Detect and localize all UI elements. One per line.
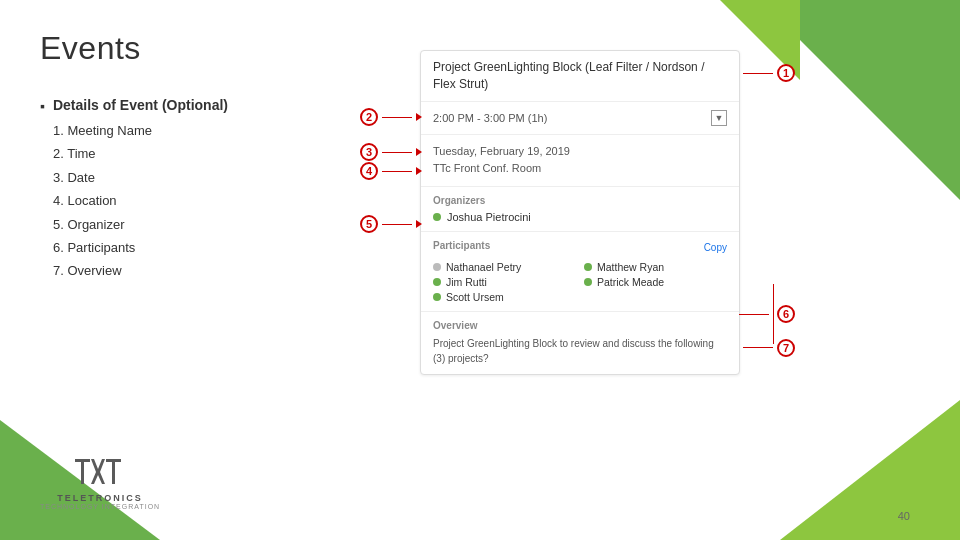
list-item: 2. Time	[53, 142, 228, 165]
participant-name: Matthew Ryan	[597, 261, 664, 273]
annotation-line	[743, 347, 773, 348]
participant-item: Nathanael Petry	[433, 261, 576, 273]
annotation-line	[739, 314, 769, 315]
participant-item: Jim Rutti	[433, 276, 576, 288]
svg-marker-0	[75, 459, 90, 484]
time-section: 2:00 PM - 3:00 PM (1h) ▼	[421, 102, 739, 135]
svg-marker-2	[106, 459, 121, 484]
arrow-right	[416, 220, 422, 228]
participant-name: Jim Rutti	[446, 276, 487, 288]
annotation-line	[743, 73, 773, 74]
overview-label: Overview	[433, 320, 727, 331]
list-label: Organizer	[67, 217, 124, 232]
annotation-line	[382, 171, 412, 172]
overview-text: Project GreenLighting Block to review an…	[433, 336, 727, 366]
list-label: Time	[67, 146, 95, 161]
annotation-3: 3	[360, 143, 422, 161]
annotation-number-2: 2	[360, 108, 378, 126]
annotation-line	[382, 152, 412, 153]
annotation-7: 7	[743, 339, 795, 357]
teletronics-logo-icon	[75, 454, 125, 489]
list-label: Location	[67, 193, 116, 208]
annotation-vert-line	[773, 284, 774, 314]
overview-section: Overview Project GreenLighting Block to …	[421, 312, 739, 374]
details-heading: Details of Event (Optional)	[53, 97, 228, 113]
list-number: 5.	[53, 217, 67, 232]
details-list: 1. Meeting Name 2. Time 3. Date 4. Locat…	[53, 119, 228, 283]
list-number: 3.	[53, 170, 67, 185]
annotation-number-5: 5	[360, 215, 378, 233]
logo-area: TELETRONICS TECHNOLOGY INTEGRATION	[40, 454, 160, 510]
list-label: Overview	[67, 263, 121, 278]
annotation-2: 2	[360, 108, 422, 126]
page-title: Events	[40, 30, 380, 67]
annotation-4: 4	[360, 162, 422, 180]
list-label: Meeting Name	[67, 123, 152, 138]
arrow-right	[416, 167, 422, 175]
participant-item: Scott Ursem	[433, 291, 576, 303]
annotation-number-4: 4	[360, 162, 378, 180]
annotation-line	[382, 117, 412, 118]
annotation-1: 1	[743, 64, 795, 82]
list-label: Date	[67, 170, 94, 185]
list-number: 2.	[53, 146, 67, 161]
participant-dot	[433, 293, 441, 301]
participants-section: Participants Copy Nathanael Petry Matthe…	[421, 232, 739, 312]
annotation-line	[382, 224, 412, 225]
organizer-row: Joshua Pietrocini	[433, 211, 727, 223]
annotation-number-7: 7	[777, 339, 795, 357]
participant-item: Patrick Meade	[584, 276, 727, 288]
date-location-section: Tuesday, February 19, 2019 TTc Front Con…	[421, 135, 739, 187]
organizer-status-dot	[433, 213, 441, 221]
list-number: 6.	[53, 240, 67, 255]
meeting-name-section: Project GreenLighting Block (Leaf Filter…	[421, 51, 739, 102]
participant-dot	[433, 278, 441, 286]
list-item: 5. Organizer	[53, 213, 228, 236]
participants-grid: Nathanael Petry Matthew Ryan Jim Rutti	[433, 261, 727, 303]
list-number: 7.	[53, 263, 67, 278]
participant-name: Patrick Meade	[597, 276, 664, 288]
list-label: Participants	[67, 240, 135, 255]
copy-button[interactable]: Copy	[704, 242, 727, 253]
svg-marker-1	[91, 459, 105, 484]
arrow-right	[416, 148, 422, 156]
right-panel: Project GreenLighting Block (Leaf Filter…	[380, 30, 920, 510]
logo-box: TELETRONICS TECHNOLOGY INTEGRATION	[40, 454, 160, 510]
participant-name: Nathanael Petry	[446, 261, 521, 273]
event-card: Project GreenLighting Block (Leaf Filter…	[420, 50, 740, 375]
calendar-icon[interactable]: ▼	[711, 110, 727, 126]
annotation-number-1: 1	[777, 64, 795, 82]
organizers-section: Organizers Joshua Pietrocini	[421, 187, 739, 232]
list-item: 7. Overview	[53, 259, 228, 282]
logo-name: TELETRONICS	[57, 493, 143, 503]
arrow-right	[416, 113, 422, 121]
participant-name: Scott Ursem	[446, 291, 504, 303]
list-item: 3. Date	[53, 166, 228, 189]
meeting-name: Project GreenLighting Block (Leaf Filter…	[433, 59, 727, 93]
page-number: 40	[898, 510, 910, 522]
annotation-6: 6	[739, 305, 795, 323]
date-text: Tuesday, February 19, 2019	[433, 143, 727, 161]
list-number: 1.	[53, 123, 67, 138]
logo-tagline: TECHNOLOGY INTEGRATION	[40, 503, 160, 510]
participant-item: Matthew Ryan	[584, 261, 727, 273]
participants-label: Participants	[433, 240, 490, 251]
time-text: 2:00 PM - 3:00 PM (1h)	[433, 112, 547, 124]
annotation-5: 5	[360, 215, 422, 233]
participant-dot	[433, 263, 441, 271]
annotation-number-3: 3	[360, 143, 378, 161]
organizers-label: Organizers	[433, 195, 727, 206]
organizer-name: Joshua Pietrocini	[447, 211, 531, 223]
list-number: 4.	[53, 193, 67, 208]
list-item: 6. Participants	[53, 236, 228, 259]
details-section: ▪ Details of Event (Optional) 1. Meeting…	[40, 97, 380, 283]
list-item: 1. Meeting Name	[53, 119, 228, 142]
participant-dot	[584, 263, 592, 271]
participant-dot	[584, 278, 592, 286]
annotation-number-6: 6	[777, 305, 795, 323]
list-item: 4. Location	[53, 189, 228, 212]
left-panel: Events ▪ Details of Event (Optional) 1. …	[40, 30, 380, 510]
location-text: TTc Front Conf. Room	[433, 160, 727, 178]
bullet-point: ▪	[40, 98, 45, 114]
